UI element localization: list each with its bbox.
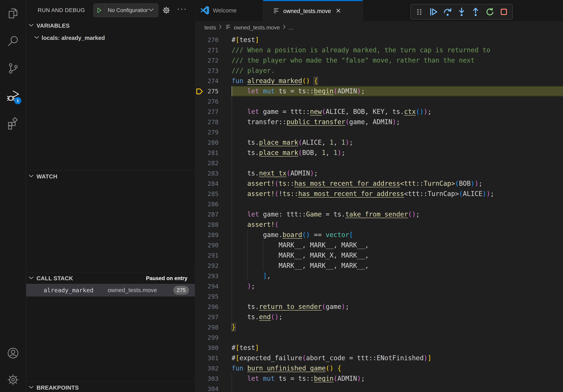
line-content[interactable]: MARK__, MARK_X, MARK__, — [231, 250, 563, 261]
code-line[interactable]: 304 — [195, 384, 563, 392]
gutter[interactable]: 304 — [195, 384, 231, 392]
code-line[interactable]: 289 game.board() == vector[ — [195, 230, 563, 240]
call-stack-frame-row[interactable]: already_marked owned_tests.move 275 — [26, 284, 195, 297]
gutter[interactable]: 296 — [195, 301, 231, 312]
code-line[interactable]: 290 MARK__, MARK__, MARK__, — [195, 240, 563, 250]
gutter[interactable]: 297 — [195, 312, 231, 322]
tab-welcome[interactable]: Welcome — [195, 0, 263, 21]
gutter[interactable]: 274 — [195, 76, 231, 86]
call-stack-section-header[interactable]: CALL STACK Paused on entry — [26, 273, 195, 283]
gutter[interactable]: 303 — [195, 373, 231, 384]
tab-owned-tests[interactable]: owned_tests.move — [263, 0, 363, 21]
code-line[interactable]: 276 — [195, 96, 563, 107]
code-line[interactable]: 292 MARK__, MARK__, MARK__, — [195, 261, 563, 271]
gutter[interactable]: 280 — [195, 137, 231, 148]
line-content[interactable]: assert!(ts::has_most_recent_for_address<… — [231, 178, 563, 189]
gutter[interactable]: 278 — [195, 117, 231, 127]
gutter[interactable]: 272 — [195, 55, 231, 65]
code-line[interactable]: 291 MARK__, MARK_X, MARK__, — [195, 250, 563, 261]
line-content[interactable]: ts.return_to_sender(game); — [231, 301, 563, 312]
gutter[interactable]: 284 — [195, 178, 231, 189]
line-content[interactable] — [231, 199, 563, 209]
line-content[interactable]: ts.place_mark(ALICE, 1, 1); — [231, 137, 563, 148]
breadcrumb-file[interactable]: owned_tests.move — [234, 25, 280, 31]
line-content[interactable] — [231, 96, 563, 107]
line-content[interactable]: #[expected_failure(abort_code = ttt::ENo… — [231, 353, 563, 363]
close-icon[interactable] — [335, 8, 341, 14]
gutter[interactable]: 276 — [195, 96, 231, 107]
gutter[interactable]: 288 — [195, 220, 231, 230]
step-over-icon[interactable] — [443, 7, 452, 17]
gutter[interactable]: 283 — [195, 168, 231, 178]
line-content[interactable] — [231, 332, 563, 343]
code-line[interactable]: 294 ); — [195, 281, 563, 291]
line-content[interactable]: MARK__, MARK__, MARK__, — [231, 261, 563, 271]
code-line[interactable]: 303 let mut ts = ts::begin(ADMIN); — [195, 373, 563, 384]
code-line[interactable]: 273/// player. — [195, 65, 563, 76]
breakpoints-section-header[interactable]: BREAKPOINTS — [26, 382, 195, 392]
debug-config-dropdown[interactable]: No Configurations — [93, 3, 158, 17]
gutter[interactable]: 285 — [195, 189, 231, 199]
gutter[interactable]: 279 — [195, 127, 231, 137]
account-icon[interactable] — [7, 347, 19, 359]
gutter[interactable]: 301 — [195, 353, 231, 363]
line-content[interactable]: assert!(!ts::has_most_recent_for_address… — [231, 189, 563, 199]
gutter[interactable]: 295 — [195, 291, 231, 301]
breadcrumb-more[interactable]: ... — [289, 25, 293, 31]
line-content[interactable]: } — [231, 322, 563, 332]
line-content[interactable]: fun already_marked() { — [231, 76, 563, 86]
code-line[interactable]: 297 ts.end(); — [195, 312, 563, 322]
step-out-icon[interactable] — [471, 7, 480, 17]
extensions-icon[interactable] — [7, 117, 19, 130]
code-line[interactable]: 302fun burn_unfinished_game() { — [195, 363, 563, 373]
code-line[interactable]: 296 ts.return_to_sender(game); — [195, 301, 563, 312]
line-content[interactable]: let mut ts = ts::begin(ADMIN); — [231, 373, 563, 384]
line-content[interactable] — [231, 158, 563, 168]
stop-icon[interactable] — [499, 7, 509, 17]
gutter[interactable]: 289 — [195, 230, 231, 240]
gutter[interactable]: 281 — [195, 148, 231, 158]
gutter[interactable]: 286 — [195, 199, 231, 209]
locals-scope-row[interactable]: locals: already_marked — [26, 33, 195, 43]
line-content[interactable]: ); — [231, 281, 563, 291]
line-content[interactable]: let mut ts = ts::begin(ADMIN); — [231, 86, 563, 96]
start-debug-icon[interactable] — [93, 3, 105, 17]
current-code-line[interactable]: 275 let mut ts = ts::begin(ADMIN); — [195, 86, 563, 96]
gutter[interactable]: 270 — [195, 35, 231, 45]
code-line[interactable]: 287 let game: ttt::Game = ts.take_from_s… — [195, 209, 563, 220]
gutter[interactable]: 292 — [195, 261, 231, 271]
settings-gear-icon[interactable] — [7, 373, 19, 386]
line-content[interactable]: /// the player who made the "false" move… — [231, 55, 563, 65]
continue-icon[interactable] — [429, 7, 438, 17]
code-line[interactable]: 283 ts.next_tx(ADMIN); — [195, 168, 563, 178]
gutter[interactable]: 293 — [195, 271, 231, 281]
line-content[interactable]: /// When a position is already marked, t… — [231, 45, 563, 55]
line-content[interactable]: ts.next_tx(ADMIN); — [231, 168, 563, 178]
more-actions-icon[interactable]: ··· — [177, 4, 187, 13]
line-content[interactable]: game.board() == vector[ — [231, 230, 563, 240]
code-line[interactable]: 281 ts.place_mark(BOB, 1, 1); — [195, 148, 563, 158]
gutter[interactable]: 277 — [195, 107, 231, 117]
code-line[interactable]: 300#[test] — [195, 343, 563, 353]
variables-section-header[interactable]: VARIABLES — [26, 21, 195, 31]
code-line[interactable]: 293 ], — [195, 271, 563, 281]
code-line[interactable]: 301#[expected_failure(abort_code = ttt::… — [195, 353, 563, 363]
code-line[interactable]: 272/// the player who made the "false" m… — [195, 55, 563, 65]
gutter[interactable]: 298 — [195, 322, 231, 332]
gripper-icon[interactable] — [415, 7, 424, 17]
breadcrumb-folder[interactable]: tests — [204, 25, 216, 31]
line-content[interactable]: fun burn_unfinished_game() { — [231, 363, 563, 373]
gutter[interactable]: 291 — [195, 250, 231, 261]
code-line[interactable]: 285 assert!(!ts::has_most_recent_for_add… — [195, 189, 563, 199]
gutter[interactable]: 271 — [195, 45, 231, 55]
gutter[interactable]: 275 — [195, 86, 231, 96]
debug-settings-gear-icon[interactable] — [162, 6, 171, 15]
search-icon[interactable] — [7, 35, 19, 47]
line-content[interactable]: assert!( — [231, 220, 563, 230]
line-content[interactable]: ], — [231, 271, 563, 281]
code-editor[interactable]: 270#[test]271/// When a position is alre… — [195, 34, 563, 392]
line-content[interactable]: let game: ttt::Game = ts.take_from_sende… — [231, 209, 563, 220]
line-content[interactable] — [231, 127, 563, 137]
line-content[interactable]: #[test] — [231, 35, 563, 45]
code-line[interactable]: 279 — [195, 127, 563, 137]
